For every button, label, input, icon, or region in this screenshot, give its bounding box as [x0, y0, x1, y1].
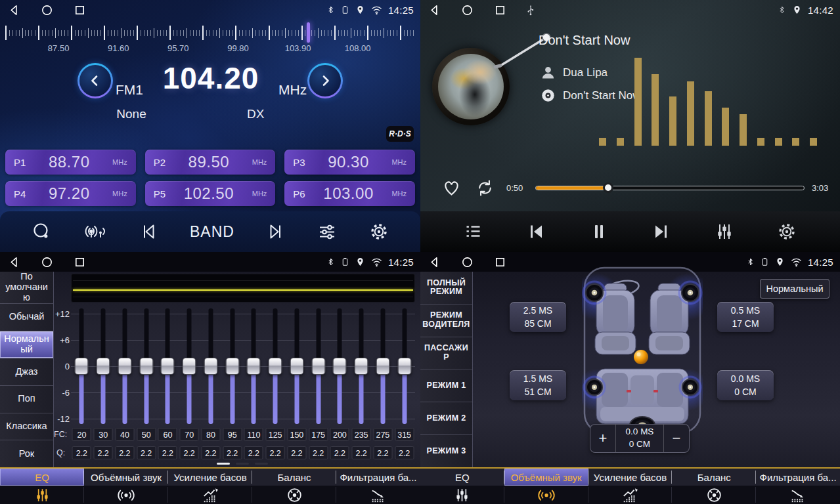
tune-up-button[interactable]: [307, 63, 343, 98]
eq-preset-normal[interactable]: Нормальный: [0, 331, 53, 359]
eq-preset-default[interactable]: По умолчанию: [0, 272, 53, 304]
delay-increase-button[interactable]: +: [590, 425, 615, 452]
eq-band-slider-9[interactable]: [243, 307, 265, 427]
eq-slider-handle[interactable]: [118, 358, 131, 375]
seek-bar[interactable]: [535, 186, 805, 190]
back-icon[interactable]: [8, 256, 20, 268]
fc-value[interactable]: 70: [180, 428, 199, 441]
tab-eq-icon[interactable]: [0, 486, 84, 504]
mode-full[interactable]: ПОЛНЫЙ РЕЖИМ: [420, 272, 472, 304]
eq-slider-handle[interactable]: [376, 358, 389, 375]
tab-balance-icon[interactable]: [252, 486, 336, 504]
q-value[interactable]: 2.2: [137, 446, 156, 459]
eq-band-slider-6[interactable]: [179, 307, 200, 427]
tab-surround-icon[interactable]: [84, 486, 168, 504]
q-value[interactable]: 2.2: [395, 446, 414, 459]
band-button[interactable]: BAND: [190, 223, 234, 241]
fc-value[interactable]: 30: [94, 428, 113, 441]
scan-icon[interactable]: [32, 222, 51, 242]
rear-right-delay-button[interactable]: 0.0 MS 0 CM: [717, 370, 774, 400]
eq-preset-classic[interactable]: Классика: [0, 413, 53, 441]
eq-band-slider-11[interactable]: [286, 307, 308, 427]
tab-surround[interactable]: Объёмный звук: [504, 469, 588, 486]
eq-band-slider-10[interactable]: [265, 307, 286, 427]
fc-value[interactable]: 80: [201, 428, 220, 441]
home-icon[interactable]: [461, 256, 474, 268]
tab-eq[interactable]: EQ: [420, 469, 504, 486]
fc-value[interactable]: 50: [137, 428, 156, 441]
delay-decrease-button[interactable]: −: [664, 425, 689, 452]
favorite-icon[interactable]: [441, 177, 462, 198]
seek-knob[interactable]: [603, 182, 613, 193]
tab-balance[interactable]: Баланс: [672, 469, 756, 486]
recents-icon[interactable]: [74, 256, 86, 268]
equalizer-icon[interactable]: [715, 222, 734, 242]
tab-surround[interactable]: Объёмный звук: [84, 469, 168, 486]
tab-bass-boost[interactable]: Усиление басов: [168, 469, 252, 486]
tab-filter[interactable]: Фильтрация ба...: [756, 469, 840, 486]
preset-p5[interactable]: P5102.50MHz: [145, 181, 276, 206]
fc-value[interactable]: 315: [395, 428, 414, 441]
mode-3[interactable]: РЕЖИМ 3: [420, 435, 472, 467]
pause-icon[interactable]: [589, 222, 609, 242]
fc-value[interactable]: 95: [223, 428, 242, 441]
q-value[interactable]: 2.2: [72, 446, 91, 459]
fc-value[interactable]: 125: [266, 428, 285, 441]
fc-value[interactable]: 175: [309, 428, 328, 441]
frequency-dial[interactable]: [5, 24, 415, 42]
eq-band-slider-4[interactable]: [135, 307, 157, 427]
eq-preset-custom[interactable]: Обычай: [0, 304, 53, 331]
q-value[interactable]: 2.2: [309, 446, 328, 459]
fc-value[interactable]: 150: [287, 428, 306, 441]
back-icon[interactable]: [428, 256, 441, 268]
eq-preset-pop[interactable]: Поп: [0, 386, 53, 413]
eq-slider-handle[interactable]: [311, 358, 325, 375]
eq-slider-handle[interactable]: [75, 358, 89, 375]
fc-value[interactable]: 235: [352, 428, 371, 441]
eq-slider-handle[interactable]: [139, 358, 153, 375]
q-value[interactable]: 2.2: [287, 446, 306, 459]
preset-p1[interactable]: P188.70MHz: [5, 150, 136, 175]
fc-value[interactable]: 40: [115, 428, 134, 441]
q-value[interactable]: 2.2: [94, 446, 113, 459]
preset-p3[interactable]: P390.30MHz: [284, 150, 415, 175]
tab-filter-icon[interactable]: [756, 486, 840, 504]
settings-icon[interactable]: [369, 222, 389, 242]
preset-p6[interactable]: P6103.00MHz: [284, 181, 415, 206]
eq-page-dot[interactable]: [217, 463, 230, 465]
tune-down-button[interactable]: [77, 63, 113, 98]
back-icon[interactable]: [428, 4, 441, 16]
tab-eq[interactable]: EQ: [0, 469, 84, 486]
previous-station-icon[interactable]: [139, 222, 158, 242]
q-value[interactable]: 2.2: [115, 446, 134, 459]
rear-left-delay-button[interactable]: 1.5 MS 51 CM: [510, 370, 566, 400]
q-value[interactable]: 2.2: [266, 446, 285, 459]
eq-slider-handle[interactable]: [247, 358, 261, 375]
eq-band-slider-5[interactable]: [157, 307, 179, 427]
eq-slider-handle[interactable]: [269, 358, 282, 375]
preset-p2[interactable]: P289.50MHz: [145, 150, 276, 175]
fc-value[interactable]: 275: [373, 428, 392, 441]
mode-passenger[interactable]: ПАССАЖИР: [420, 337, 472, 370]
eq-slider-handle[interactable]: [397, 358, 411, 375]
front-left-delay-button[interactable]: 2.5 MS 85 CM: [510, 302, 566, 332]
fc-value[interactable]: 110: [244, 428, 263, 441]
equalizer-icon[interactable]: [317, 222, 337, 242]
eq-slider-handle[interactable]: [204, 358, 217, 375]
eq-band-slider-14[interactable]: [351, 307, 372, 427]
fc-value[interactable]: 60: [158, 428, 177, 441]
home-icon[interactable]: [461, 4, 474, 16]
eq-page-dot[interactable]: [255, 463, 268, 465]
eq-slider-handle[interactable]: [355, 358, 368, 375]
eq-slider-handle[interactable]: [225, 358, 239, 375]
eq-band-slider-8[interactable]: [221, 307, 243, 427]
tab-filter[interactable]: Фильтрация ба...: [336, 469, 420, 486]
q-value[interactable]: 2.2: [201, 446, 220, 459]
recents-icon[interactable]: [494, 4, 506, 16]
tab-bass-boost[interactable]: Усиление басов: [588, 469, 673, 486]
next-station-icon[interactable]: [266, 222, 286, 242]
tab-bass-boost-icon[interactable]: [588, 486, 673, 504]
eq-band-slider-15[interactable]: [372, 307, 394, 427]
tab-balance-icon[interactable]: [672, 486, 756, 504]
mode-driver[interactable]: РЕЖИМ ВОДИТЕЛЯ: [420, 304, 472, 337]
